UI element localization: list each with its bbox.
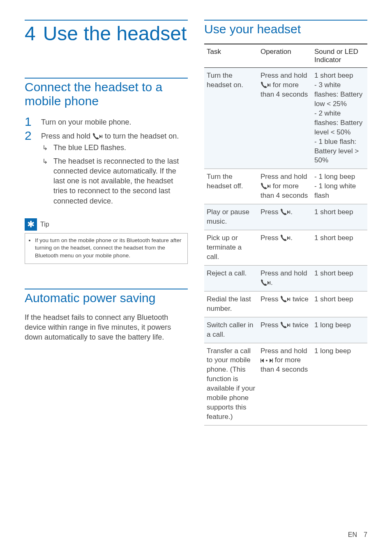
cell-indicator: 1 short beep <box>312 204 367 230</box>
tip-icon: ✱ <box>25 218 37 231</box>
cell-task: Redial the last number. <box>204 291 258 317</box>
cell-operation: Press and hold for more than 4 seconds <box>258 169 312 204</box>
cell-indicator: 1 short beep <box>312 230 367 266</box>
cell-operation: Press . <box>258 230 312 266</box>
step-1: 1 Turn on your mobile phone. <box>25 116 188 128</box>
phone-play-icon <box>261 81 271 89</box>
chapter-title: Use the headset <box>43 22 187 45</box>
footer-lang: EN <box>348 531 357 539</box>
table-row: Play or pause music. Press . 1 short bee… <box>204 204 367 230</box>
table-row: Turn the headset off. Press and hold for… <box>204 169 367 204</box>
col-indicator: Sound or LED Indicator <box>312 44 367 68</box>
table-row: Transfer a call to your mobile phone. (T… <box>204 343 367 426</box>
table-row: Reject a call. Press and hold . 1 short … <box>204 265 367 291</box>
phone-play-icon <box>280 208 291 216</box>
cell-operation: Press and hold for more than 4 seconds <box>258 343 312 426</box>
step-number: 1 <box>25 116 35 128</box>
powersave-body: If the headset fails to connect any Blue… <box>25 312 188 342</box>
step-2: 2 Press and hold to turn the headset on.… <box>25 130 188 209</box>
section-use-heading: Use your headset <box>204 20 367 36</box>
cell-indicator: 1 short beep - 3 white flashes: Battery … <box>312 68 367 169</box>
step-text-before: Press and hold <box>41 132 92 140</box>
cell-task: Play or pause music. <box>204 204 258 230</box>
columns: 4 Use the headset Connect the headset to… <box>25 20 367 523</box>
prev-next-icon <box>261 356 273 364</box>
cell-operation: Press twice <box>258 317 312 343</box>
cell-task: Transfer a call to your mobile phone. (T… <box>204 343 258 426</box>
left-column: 4 Use the headset Connect the headset to… <box>25 20 188 523</box>
operations-table: Task Operation Sound or LED Indicator Tu… <box>204 44 367 426</box>
table-row: Turn the headset on. Press and hold for … <box>204 68 367 169</box>
section-powersave-heading: Automatic power saving <box>25 289 188 305</box>
result-text: The blue LED flashes. <box>53 143 126 153</box>
page: 4 Use the headset Connect the headset to… <box>0 0 392 555</box>
cell-task: Pick up or terminate a call. <box>204 230 258 266</box>
result-arrow-icon: ↳ <box>41 156 48 206</box>
table-header-row: Task Operation Sound or LED Indicator <box>204 44 367 68</box>
result-text: The headset is reconnected to the last c… <box>53 156 188 206</box>
result-arrow-icon: ↳ <box>41 143 48 153</box>
table-row: Redial the last number. Press twice 1 sh… <box>204 291 367 317</box>
cell-operation: Press . <box>258 204 312 230</box>
tip-text: If you turn on the mobile phone or its B… <box>35 237 183 259</box>
cell-indicator: 1 short beep <box>312 291 367 317</box>
phone-play-icon <box>280 234 291 242</box>
col-task: Task <box>204 44 258 68</box>
cell-task: Turn the headset off. <box>204 169 258 204</box>
chapter-number: 4 <box>25 22 36 45</box>
cell-task: Reject a call. <box>204 265 258 291</box>
tip-body: If you turn on the mobile phone or its B… <box>25 233 188 264</box>
cell-operation: Press twice <box>258 291 312 317</box>
table-row: Switch caller in a call. Press twice 1 l… <box>204 317 367 343</box>
phone-play-icon <box>280 295 291 303</box>
result-item: ↳ The blue LED flashes. <box>41 143 188 153</box>
tip-label: Tip <box>40 221 49 228</box>
phone-play-icon <box>92 132 103 140</box>
section-connect-heading: Connect the headset to a mobile phone <box>25 78 188 108</box>
col-operation: Operation <box>258 44 312 68</box>
cell-operation: Press and hold for more than 4 seconds <box>258 68 312 169</box>
cell-indicator: 1 long beep <box>312 343 367 426</box>
cell-indicator: 1 long beep <box>312 317 367 343</box>
cell-indicator: 1 short beep <box>312 265 367 291</box>
phone-play-icon <box>261 279 271 287</box>
step-body: Press and hold to turn the headset on. ↳… <box>41 130 188 209</box>
table-row: Pick up or terminate a call. Press . 1 s… <box>204 230 367 266</box>
page-footer: EN 7 <box>25 523 367 539</box>
cell-indicator: - 1 long beep - 1 long white flash <box>312 169 367 204</box>
step-text-after: to turn the headset on. <box>103 132 179 140</box>
tip-header: ✱ Tip <box>25 218 188 231</box>
chapter-heading: 4 Use the headset <box>25 20 188 45</box>
step-results: ↳ The blue LED flashes. ↳ The headset is… <box>41 143 188 206</box>
steps-list: 1 Turn on your mobile phone. 2 Press and… <box>25 116 188 209</box>
cell-task: Switch caller in a call. <box>204 317 258 343</box>
step-number: 2 <box>25 130 35 142</box>
phone-play-icon <box>280 321 291 329</box>
phone-play-icon <box>261 182 271 190</box>
cell-operation: Press and hold . <box>258 265 312 291</box>
footer-page: 7 <box>364 531 367 539</box>
cell-task: Turn the headset on. <box>204 68 258 169</box>
right-column: Use your headset Task Operation Sound or… <box>204 20 367 523</box>
step-text: Turn on your mobile phone. <box>41 116 131 127</box>
result-item: ↳ The headset is reconnected to the last… <box>41 156 188 206</box>
tip-box: ✱ Tip If you turn on the mobile phone or… <box>25 218 188 264</box>
